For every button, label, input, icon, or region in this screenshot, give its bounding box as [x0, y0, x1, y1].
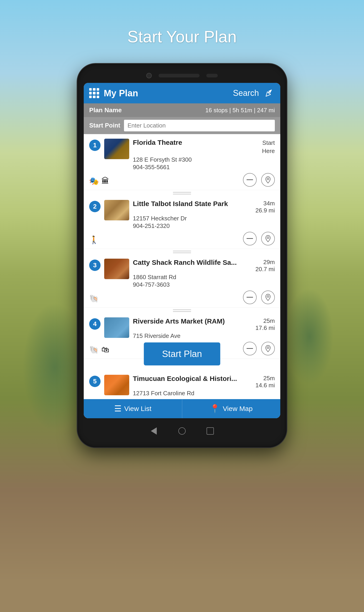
- view-map-label: View Map: [223, 405, 253, 413]
- remove-stop-3-button[interactable]: [243, 290, 257, 304]
- stop-item-3: 3 Catty Shack Ranch Wildlife Sa... 29m 2…: [84, 254, 280, 308]
- category-icon-shopping: 🛍: [102, 345, 109, 354]
- recents-button[interactable]: [205, 426, 215, 436]
- plan-name-label: Plan Name: [89, 107, 206, 114]
- stop-item-1: 1 Florida Theatre StartHere 128 E Forsyt…: [84, 134, 280, 190]
- start-point-bar: Start Point: [84, 117, 280, 134]
- page-title: Start Your Plan: [127, 27, 237, 46]
- remove-stop-1-button[interactable]: [243, 173, 257, 187]
- phone-device: My Plan Search Plan Name 16 stops | 5h 5…: [77, 64, 287, 447]
- stop-name-5: Timucuan Ecological & Histori...: [133, 375, 256, 382]
- stop-phone-3: 904-757-3603: [133, 281, 275, 288]
- phone-speaker: [158, 74, 199, 77]
- remove-stop-2-button[interactable]: [243, 232, 257, 245]
- drag-handle-3[interactable]: [84, 309, 280, 312]
- stop-time-3: 29m: [256, 259, 275, 266]
- stop-number-1: 1: [89, 140, 101, 151]
- app-title: My Plan: [104, 88, 233, 98]
- stop-address-1: 128 E Forsyth St #300: [133, 156, 275, 163]
- start-plan-button[interactable]: Start Plan: [144, 342, 220, 366]
- stop-address-2: 12157 Heckscher Dr: [133, 215, 275, 222]
- category-icon-hiking: 🚶: [89, 235, 99, 244]
- stop-name-1: Florida Theatre: [133, 139, 262, 146]
- stop-time-2: 34m: [256, 200, 275, 207]
- stop-number-4: 4: [89, 318, 101, 330]
- category-icon-arts: 🐚: [89, 345, 99, 354]
- category-icon-theatre: 🎭: [89, 177, 99, 186]
- share-icon[interactable]: [263, 87, 275, 99]
- svg-point-3: [267, 347, 269, 349]
- phone-bottom-bar: [84, 424, 280, 438]
- stop-number-3: 3: [89, 259, 101, 271]
- start-point-label: Start Point: [89, 122, 120, 129]
- bottom-nav: ☰ View List 📍 View Map: [84, 399, 280, 418]
- stop-dist-4: 17.6 mi: [256, 325, 275, 331]
- stop-thumb-2: [104, 200, 129, 220]
- stop-name-3: Catty Shack Ranch Wildlife Sa...: [133, 259, 256, 266]
- stop-name-2: Little Talbot Island State Park: [133, 200, 256, 208]
- grid-menu-icon[interactable]: [89, 88, 99, 98]
- home-button[interactable]: [177, 426, 187, 436]
- stop-thumb-5: [104, 375, 129, 395]
- stop-address-3: 1860 Starratt Rd: [133, 274, 275, 281]
- stop-thumb-4: [104, 317, 129, 338]
- app-header: My Plan Search: [84, 83, 280, 103]
- phone-sensor: [206, 74, 218, 77]
- svg-point-0: [267, 178, 269, 180]
- phone-camera: [146, 73, 152, 78]
- stop-time-4: 25m: [256, 317, 275, 325]
- stop-item-5: 5 Timucuan Ecological & Histori... 25m 1…: [84, 370, 280, 399]
- stop-number-2: 2: [89, 201, 101, 212]
- view-list-tab[interactable]: ☰ View List: [84, 399, 182, 418]
- map-pin-icon: 📍: [210, 404, 220, 413]
- stop-dist-5: 14.6 mi: [256, 382, 275, 389]
- start-here-label[interactable]: StartHere: [262, 139, 275, 155]
- back-button[interactable]: [149, 426, 159, 436]
- view-map-tab[interactable]: 📍 View Map: [182, 399, 281, 418]
- drag-handle-2[interactable]: [84, 251, 280, 253]
- map-stop-1-button[interactable]: [261, 173, 275, 187]
- category-icon-wildlife: 🐚: [89, 294, 99, 303]
- stop-phone-2: 904-251-2320: [133, 222, 275, 230]
- stops-list: 1 Florida Theatre StartHere 128 E Forsyt…: [84, 134, 280, 399]
- map-stop-4-button[interactable]: [261, 342, 275, 355]
- list-icon: ☰: [114, 404, 121, 413]
- stop-thumb-3: [104, 259, 129, 279]
- svg-point-1: [267, 237, 269, 239]
- plan-stats: 16 stops | 5h 51m | 247 mi: [206, 107, 275, 114]
- map-stop-2-button[interactable]: [261, 232, 275, 245]
- svg-point-2: [267, 296, 269, 297]
- stop-item-2: 2 Little Talbot Island State Park 34m 26…: [84, 195, 280, 249]
- plan-info-bar: Plan Name 16 stops | 5h 51m | 247 mi: [84, 103, 280, 117]
- stop-dist-3: 20.7 mi: [256, 266, 275, 273]
- view-list-label: View List: [124, 405, 152, 413]
- remove-stop-4-button[interactable]: [243, 342, 257, 355]
- map-stop-3-button[interactable]: [261, 290, 275, 304]
- stop-name-4: Riverside Arts Market (RAM): [133, 317, 256, 325]
- search-button[interactable]: Search: [233, 88, 259, 98]
- category-icon-museum: 🏛: [102, 177, 109, 186]
- phone-screen: My Plan Search Plan Name 16 stops | 5h 5…: [84, 83, 280, 418]
- stop-thumb-1: [104, 139, 129, 159]
- stop-address-4: 715 Riverside Ave: [133, 332, 275, 340]
- stop-time-5: 25m: [256, 375, 275, 382]
- stop-item-4: 4 Riverside Arts Market (RAM) 25m 17.6 m…: [84, 313, 280, 359]
- drag-handle-1[interactable]: [84, 192, 280, 194]
- stop-address-5: 12713 Fort Caroline Rd: [133, 390, 275, 397]
- phone-top-bar: [84, 73, 280, 78]
- stop-number-5: 5: [89, 376, 101, 387]
- stop-dist-2: 26.9 mi: [256, 207, 275, 214]
- location-input[interactable]: [124, 120, 275, 131]
- stop-phone-1: 904-355-5661: [133, 164, 275, 171]
